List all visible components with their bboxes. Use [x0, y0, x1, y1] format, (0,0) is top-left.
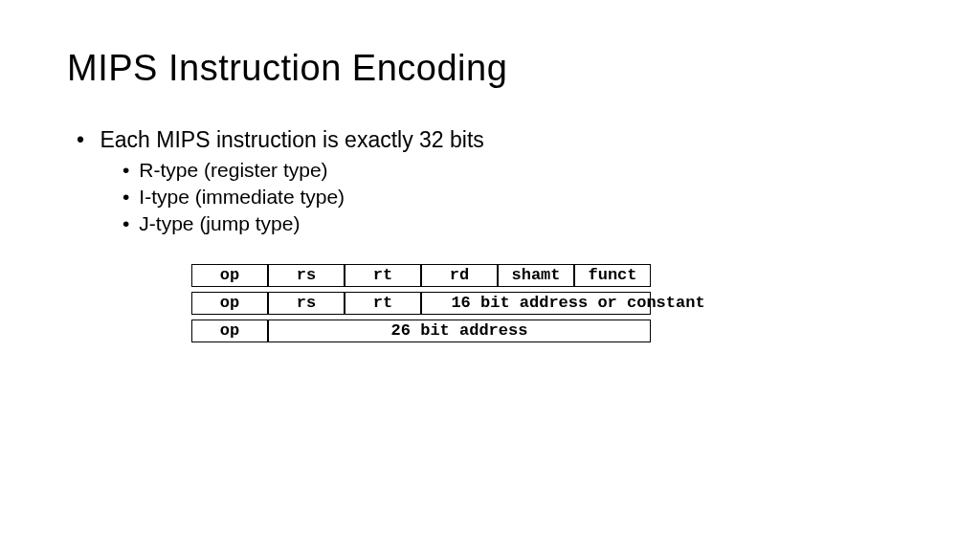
sub-bullet: R-type (register type)	[122, 159, 913, 182]
field-rt: rt	[345, 264, 421, 287]
field-rs: rs	[268, 264, 345, 287]
main-bullet-list: Each MIPS instruction is exactly 32 bits…	[77, 127, 913, 235]
field-addr26: 26 bit address	[268, 320, 651, 342]
sub-bullet: I-type (immediate type)	[122, 186, 913, 209]
field-rs: rs	[268, 292, 345, 315]
i-type-row: op rs rt 16 bit address or constant	[191, 292, 913, 315]
instruction-format-tables: op rs rt rd shamt funct op rs rt 16 bit …	[191, 264, 913, 342]
sub-bullet: J-type (jump type)	[122, 212, 913, 235]
slide-title: MIPS Instruction Encoding	[67, 48, 913, 89]
field-imm16-label: 16 bit address or constant	[425, 294, 731, 312]
field-funct: funct	[574, 264, 651, 287]
main-bullet-text: Each MIPS instruction is exactly 32 bits	[100, 127, 483, 152]
sub-bullet-list: R-type (register type) I-type (immediate…	[122, 159, 913, 235]
field-rd: rd	[421, 264, 498, 287]
field-op: op	[191, 292, 268, 315]
field-op: op	[191, 264, 268, 287]
field-op: op	[191, 320, 268, 342]
j-type-row: op 26 bit address	[191, 320, 913, 342]
field-shamt: shamt	[498, 264, 574, 287]
r-type-row: op rs rt rd shamt funct	[191, 264, 913, 287]
main-bullet: Each MIPS instruction is exactly 32 bits…	[77, 127, 913, 235]
field-rt: rt	[345, 292, 421, 315]
